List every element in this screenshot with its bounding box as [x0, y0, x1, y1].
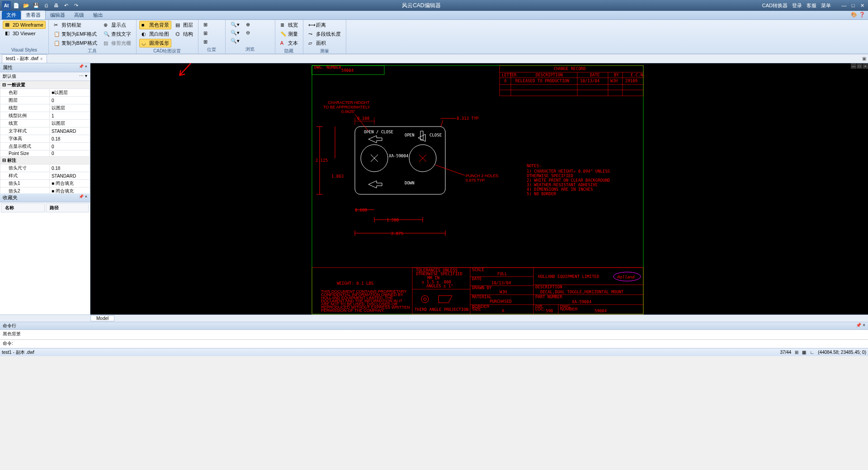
redo-icon[interactable]: ↷: [71, 1, 80, 10]
command-output: 黑色背景: [0, 330, 868, 340]
svg-text:OPEN / CLOSE: OPEN / CLOSE: [364, 130, 393, 134]
doc-close-icon[interactable]: ×: [40, 56, 43, 61]
btn-measure-h[interactable]: 📏测量: [278, 30, 300, 38]
svg-text:WJH: WJH: [610, 79, 618, 83]
model-tab-strip: Model: [0, 315, 868, 322]
minimize-icon[interactable]: —: [840, 1, 848, 9]
btn-lineweight[interactable]: ≣线宽: [278, 21, 300, 29]
pin-icon[interactable]: 📌 ×: [79, 64, 87, 71]
svg-text:10/13/04: 10/13/04: [580, 79, 599, 83]
btn-distance[interactable]: ⟷距离: [306, 21, 343, 29]
saveall-icon[interactable]: ⎙: [42, 1, 51, 10]
layer-icon: ▤: [175, 22, 182, 28]
btn-2d-wireframe[interactable]: ▦2D Wireframe: [3, 21, 46, 29]
status-file: test1 - 副本 .dwf: [2, 349, 34, 356]
btn-trim-raster[interactable]: ▨修剪光栅: [101, 39, 133, 47]
open-icon[interactable]: 📂: [22, 1, 31, 10]
grid-icon: ⊞: [203, 39, 210, 45]
btn-struct[interactable]: ⌬结构: [173, 30, 195, 38]
btn-copy-emf[interactable]: 📋复制为EMF格式: [52, 30, 99, 38]
maximize-icon[interactable]: □: [849, 1, 857, 9]
canvas-min-icon[interactable]: —: [851, 63, 856, 69]
btn-3d-viewer[interactable]: ◧3D Viewer: [3, 29, 46, 38]
btn-copy-bmp[interactable]: 📋复制为BMP格式: [52, 39, 99, 47]
pin-icon[interactable]: 📌 ×: [856, 323, 865, 329]
tab-output[interactable]: 输出: [89, 11, 108, 19]
btn-pos-2[interactable]: ⊞: [201, 29, 212, 38]
btn-zoom-3[interactable]: 🔍▾: [228, 37, 242, 45]
snap-icon[interactable]: ⊞: [795, 350, 798, 355]
svg-point-88: [421, 296, 429, 303]
login-link[interactable]: 登录: [792, 2, 802, 9]
bw-icon: ◐: [142, 31, 148, 38]
btn-zoom-1[interactable]: 🔍▾: [228, 21, 242, 28]
support-link[interactable]: 客服: [807, 2, 816, 9]
cad-converter-link[interactable]: CAD转换器: [762, 2, 788, 9]
model-tab[interactable]: Model: [90, 315, 114, 321]
group-position: 位置: [201, 46, 222, 53]
new-icon[interactable]: 📄: [12, 1, 21, 10]
point-icon: ⊕: [104, 22, 110, 28]
btn-smooth-arc[interactable]: ◡圆滑弧形: [139, 39, 171, 47]
btn-cut-frame[interactable]: ✂剪切框架: [52, 21, 99, 29]
app-icon[interactable]: At: [2, 1, 11, 10]
btn-pos-3[interactable]: ⊞: [201, 38, 212, 46]
btn-black-bg[interactable]: ■黑色背景: [139, 21, 171, 29]
prop-row: Point Size0: [0, 150, 90, 157]
command-input-row[interactable]: 命令:: [0, 340, 868, 348]
chevron-down-icon[interactable]: ⋯ ▾: [79, 73, 87, 80]
favorites-header: 收藏夹📌 ×: [0, 193, 90, 202]
undo-icon[interactable]: ↶: [61, 1, 71, 10]
btn-area[interactable]: ▱面积: [306, 39, 343, 47]
btn-pos-1[interactable]: ⊞: [201, 21, 212, 29]
tab-advanced[interactable]: 高级: [70, 11, 89, 19]
close-icon[interactable]: ✕: [858, 1, 866, 9]
command-panel-header: 命令行📌 ×: [0, 322, 868, 330]
canvas-max-icon[interactable]: □: [857, 63, 862, 69]
ribbon-tab-strip: 文件 查看器 编辑器 高级 输出 🎨 ❓: [0, 11, 868, 20]
grid-icon[interactable]: ▦: [802, 350, 806, 355]
svg-text:0.313 TYP: 0.313 TYP: [457, 116, 479, 121]
canvas-close-icon[interactable]: ×: [863, 63, 868, 69]
svg-text:2)  WHITE PRINT ON CLEAR BACKG: 2) WHITE PRINT ON CLEAR BACKGROUND: [527, 178, 610, 183]
ortho-icon[interactable]: ∟: [810, 350, 814, 355]
btn-zoom-2[interactable]: 🔍▾: [228, 29, 242, 37]
ruler-icon: 📏: [280, 31, 287, 38]
svg-text:DOWN: DOWN: [405, 181, 415, 185]
group-visual-styles: Visual Styles: [3, 47, 46, 53]
group-measure: 测量: [306, 47, 343, 55]
save-icon[interactable]: 💾: [32, 1, 41, 10]
svg-text:5)  NO BORDER: 5) NO BORDER: [527, 192, 557, 196]
print-icon[interactable]: 🖶: [52, 1, 61, 10]
prop-row: 线宽以图层: [0, 120, 90, 127]
menu-link[interactable]: 菜单: [821, 2, 831, 9]
svg-text:0.688: 0.688: [355, 208, 367, 212]
drawing-canvas[interactable]: — □ × DWG. NUMBER 59004 CHANGE RECORD: [90, 63, 868, 315]
tab-file[interactable]: 文件: [2, 11, 21, 19]
btn-zoom-4[interactable]: ⊕: [244, 21, 252, 28]
btn-zoom-5[interactable]: ⊖: [244, 29, 252, 37]
prop-row: 线型比例1: [0, 112, 90, 120]
svg-text:3)  WEATHER-RESISTANT ADHESIVE: 3) WEATHER-RESISTANT ADHESIVE: [527, 183, 598, 187]
properties-grid[interactable]: ⊟ 一般设置 色彩■以图层 图层0 线型以图层 线型比例1 线宽以图层 文字样式…: [0, 81, 90, 193]
btn-polyline-len[interactable]: ⤳多段线长度: [306, 30, 343, 38]
help-icon[interactable]: ❓: [859, 12, 865, 18]
btn-find-text[interactable]: 🔍查找文字: [101, 30, 133, 38]
favorites-panel[interactable]: 名称路径: [0, 202, 90, 315]
command-input[interactable]: [15, 340, 865, 348]
document-tab[interactable]: test1 - 副本 .dwf×: [2, 54, 47, 63]
svg-text:PART NUMBER: PART NUMBER: [535, 295, 562, 299]
svg-text:WEIGHT:  0.1  LBS: WEIGHT: 0.1 LBS: [337, 281, 373, 286]
btn-text[interactable]: A文本: [278, 39, 300, 47]
prop-row: 字体高0.18: [0, 135, 90, 143]
btn-bw-draw[interactable]: ◐黑白绘图: [139, 30, 171, 38]
tab-editor[interactable]: 编辑器: [46, 11, 70, 19]
expand-icon[interactable]: ▣: [862, 56, 866, 61]
properties-header: 属性📌 ×: [0, 63, 90, 72]
btn-layer[interactable]: ▤图层: [173, 21, 195, 29]
tab-viewer[interactable]: 查看器: [21, 10, 46, 19]
btn-show-point[interactable]: ⊕显示点: [101, 21, 133, 29]
style-icon[interactable]: 🎨: [851, 12, 857, 18]
group-hide: 隐藏: [278, 47, 300, 55]
pin-icon[interactable]: 📌 ×: [79, 194, 87, 201]
